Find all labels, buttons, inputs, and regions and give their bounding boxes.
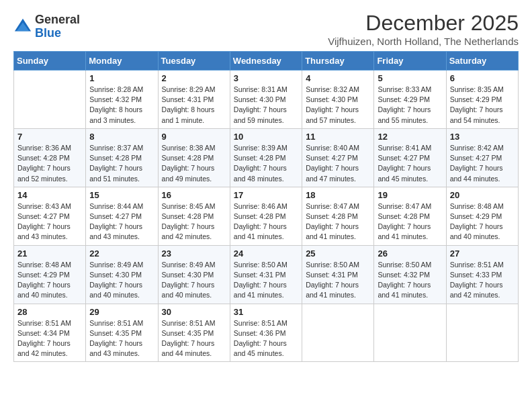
day-number: 12 <box>378 132 442 142</box>
day-number: 11 <box>306 132 370 142</box>
column-header-thursday: Thursday <box>302 52 374 71</box>
calendar-cell <box>374 304 446 362</box>
day-number: 26 <box>378 248 442 259</box>
calendar-cell: 11Sunrise: 8:40 AMSunset: 4:27 PMDayligh… <box>302 128 374 187</box>
day-info: Sunrise: 8:51 AMSunset: 4:33 PMDaylight:… <box>450 260 515 301</box>
day-info: Sunrise: 8:50 AMSunset: 4:31 PMDaylight:… <box>306 260 370 301</box>
day-number: 7 <box>17 132 82 142</box>
day-number: 2 <box>162 73 226 83</box>
calendar-cell: 27Sunrise: 8:51 AMSunset: 4:33 PMDayligh… <box>446 245 518 304</box>
calendar-cell: 17Sunrise: 8:46 AMSunset: 4:28 PMDayligh… <box>230 187 302 245</box>
calendar-cell: 1Sunrise: 8:28 AMSunset: 4:32 PMDaylight… <box>86 71 158 129</box>
day-number: 13 <box>450 132 515 142</box>
day-number: 4 <box>306 73 370 83</box>
calendar-cell: 19Sunrise: 8:47 AMSunset: 4:28 PMDayligh… <box>374 187 446 245</box>
calendar-cell: 31Sunrise: 8:51 AMSunset: 4:36 PMDayligh… <box>230 304 302 362</box>
day-number: 8 <box>89 132 154 142</box>
calendar-cell <box>14 71 86 129</box>
calendar-cell: 4Sunrise: 8:32 AMSunset: 4:30 PMDaylight… <box>302 71 374 129</box>
day-info: Sunrise: 8:48 AMSunset: 4:29 PMDaylight:… <box>450 201 515 242</box>
calendar-cell: 24Sunrise: 8:50 AMSunset: 4:31 PMDayligh… <box>230 245 302 304</box>
day-number: 18 <box>306 190 370 200</box>
day-info: Sunrise: 8:51 AMSunset: 4:34 PMDaylight:… <box>17 318 82 359</box>
calendar-cell: 29Sunrise: 8:51 AMSunset: 4:35 PMDayligh… <box>86 304 158 362</box>
location-subtitle: Vijfhuizen, North Holland, The Netherlan… <box>328 36 519 47</box>
day-info: Sunrise: 8:46 AMSunset: 4:28 PMDaylight:… <box>234 201 298 242</box>
calendar-cell: 28Sunrise: 8:51 AMSunset: 4:34 PMDayligh… <box>14 304 86 362</box>
calendar-cell: 5Sunrise: 8:33 AMSunset: 4:29 PMDaylight… <box>374 71 446 129</box>
day-number: 29 <box>89 307 154 317</box>
day-number: 30 <box>162 307 226 317</box>
calendar-body: 1Sunrise: 8:28 AMSunset: 4:32 PMDaylight… <box>14 71 519 362</box>
calendar-cell: 22Sunrise: 8:49 AMSunset: 4:30 PMDayligh… <box>86 245 158 304</box>
calendar-cell <box>446 304 518 362</box>
calendar-week-row: 28Sunrise: 8:51 AMSunset: 4:34 PMDayligh… <box>14 304 519 362</box>
calendar-cell: 23Sunrise: 8:49 AMSunset: 4:30 PMDayligh… <box>158 245 230 304</box>
day-number: 21 <box>17 248 82 259</box>
calendar-table: SundayMondayTuesdayWednesdayThursdayFrid… <box>13 51 519 362</box>
day-info: Sunrise: 8:35 AMSunset: 4:29 PMDaylight:… <box>450 85 515 126</box>
day-number: 17 <box>234 190 298 200</box>
column-header-monday: Monday <box>86 52 158 71</box>
day-info: Sunrise: 8:51 AMSunset: 4:35 PMDaylight:… <box>162 318 226 359</box>
day-number: 15 <box>89 190 154 200</box>
calendar-cell: 25Sunrise: 8:50 AMSunset: 4:31 PMDayligh… <box>302 245 374 304</box>
calendar-header-row: SundayMondayTuesdayWednesdayThursdayFrid… <box>14 52 519 71</box>
column-header-friday: Friday <box>374 52 446 71</box>
day-info: Sunrise: 8:39 AMSunset: 4:28 PMDaylight:… <box>234 143 298 184</box>
calendar-cell: 2Sunrise: 8:29 AMSunset: 4:31 PMDaylight… <box>158 71 230 129</box>
calendar-cell: 20Sunrise: 8:48 AMSunset: 4:29 PMDayligh… <box>446 187 518 245</box>
column-header-wednesday: Wednesday <box>230 52 302 71</box>
title-block: December 2025 Vijfhuizen, North Holland,… <box>328 11 519 47</box>
calendar-week-row: 7Sunrise: 8:36 AMSunset: 4:28 PMDaylight… <box>14 128 519 187</box>
day-number: 23 <box>162 248 226 259</box>
day-info: Sunrise: 8:42 AMSunset: 4:27 PMDaylight:… <box>450 143 515 184</box>
calendar-cell: 12Sunrise: 8:41 AMSunset: 4:27 PMDayligh… <box>374 128 446 187</box>
calendar-cell <box>302 304 374 362</box>
day-number: 20 <box>450 190 515 200</box>
day-info: Sunrise: 8:33 AMSunset: 4:29 PMDaylight:… <box>378 85 442 126</box>
calendar-cell: 7Sunrise: 8:36 AMSunset: 4:28 PMDaylight… <box>14 128 86 187</box>
day-number: 3 <box>234 73 298 83</box>
day-number: 27 <box>450 248 515 259</box>
day-number: 9 <box>162 132 226 142</box>
month-title: December 2025 <box>328 11 519 36</box>
day-number: 28 <box>17 307 82 317</box>
day-info: Sunrise: 8:50 AMSunset: 4:32 PMDaylight:… <box>378 260 442 301</box>
calendar-week-row: 14Sunrise: 8:43 AMSunset: 4:27 PMDayligh… <box>14 187 519 245</box>
day-number: 5 <box>378 73 442 83</box>
day-number: 24 <box>234 248 298 259</box>
column-header-tuesday: Tuesday <box>158 52 230 71</box>
day-number: 10 <box>234 132 298 142</box>
day-info: Sunrise: 8:45 AMSunset: 4:28 PMDaylight:… <box>162 201 226 242</box>
calendar-cell: 15Sunrise: 8:44 AMSunset: 4:27 PMDayligh… <box>86 187 158 245</box>
day-number: 1 <box>89 73 154 83</box>
day-info: Sunrise: 8:49 AMSunset: 4:30 PMDaylight:… <box>89 260 154 301</box>
day-info: Sunrise: 8:41 AMSunset: 4:27 PMDaylight:… <box>378 143 442 184</box>
calendar-cell: 3Sunrise: 8:31 AMSunset: 4:30 PMDaylight… <box>230 71 302 129</box>
day-info: Sunrise: 8:38 AMSunset: 4:28 PMDaylight:… <box>162 143 226 184</box>
calendar-cell: 6Sunrise: 8:35 AMSunset: 4:29 PMDaylight… <box>446 71 518 129</box>
calendar-cell: 8Sunrise: 8:37 AMSunset: 4:28 PMDaylight… <box>86 128 158 187</box>
calendar-cell: 13Sunrise: 8:42 AMSunset: 4:27 PMDayligh… <box>446 128 518 187</box>
calendar-cell: 26Sunrise: 8:50 AMSunset: 4:32 PMDayligh… <box>374 245 446 304</box>
logo-blue: Blue <box>35 26 61 40</box>
logo: General Blue <box>13 13 80 40</box>
calendar-cell: 10Sunrise: 8:39 AMSunset: 4:28 PMDayligh… <box>230 128 302 187</box>
day-info: Sunrise: 8:47 AMSunset: 4:28 PMDaylight:… <box>306 201 370 242</box>
day-number: 31 <box>234 307 298 317</box>
logo-icon <box>13 17 32 36</box>
page-header: General Blue December 2025 Vijfhuizen, N… <box>13 11 519 47</box>
day-info: Sunrise: 8:44 AMSunset: 4:27 PMDaylight:… <box>89 201 154 242</box>
logo-general: General <box>35 13 80 26</box>
day-info: Sunrise: 8:48 AMSunset: 4:29 PMDaylight:… <box>17 260 82 301</box>
day-number: 25 <box>306 248 370 259</box>
day-info: Sunrise: 8:51 AMSunset: 4:36 PMDaylight:… <box>234 318 298 359</box>
calendar-cell: 9Sunrise: 8:38 AMSunset: 4:28 PMDaylight… <box>158 128 230 187</box>
day-info: Sunrise: 8:43 AMSunset: 4:27 PMDaylight:… <box>17 201 82 242</box>
day-info: Sunrise: 8:50 AMSunset: 4:31 PMDaylight:… <box>234 260 298 301</box>
column-header-saturday: Saturday <box>446 52 518 71</box>
day-info: Sunrise: 8:37 AMSunset: 4:28 PMDaylight:… <box>89 143 154 184</box>
day-number: 19 <box>378 190 442 200</box>
calendar-week-row: 1Sunrise: 8:28 AMSunset: 4:32 PMDaylight… <box>14 71 519 129</box>
